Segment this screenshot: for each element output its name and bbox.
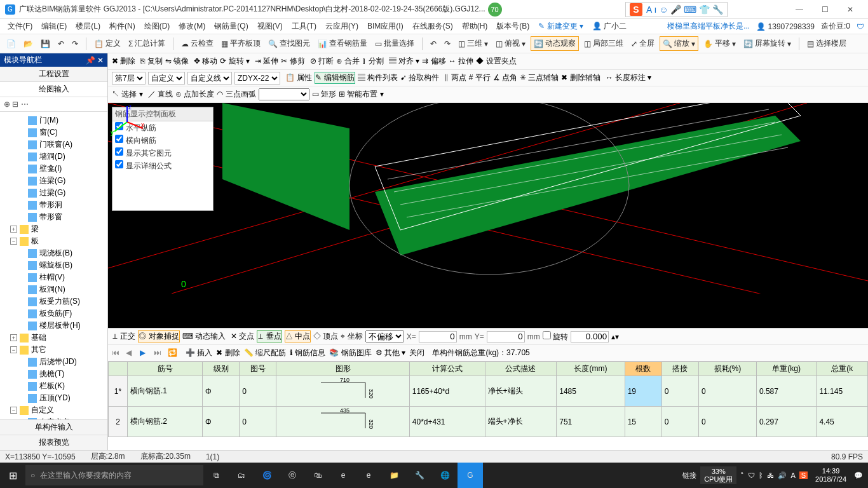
task-app2-icon[interactable]: 🌀 [254, 463, 280, 488]
tree-item[interactable]: 螺旋板(B) [1, 259, 106, 271]
rebar-table[interactable]: 筋号级别图号图形计算公式公式描述长度(mm)根数搭接损耗(%)单重(kg)总重(… [108, 362, 868, 437]
ime-glyphs[interactable]: A ı ☺ 🎤 ⌨ 👕 🔧 [646, 4, 723, 15]
offset-mode-select[interactable]: 不偏移 [365, 330, 404, 342]
tree-item[interactable]: 压顶(YD) [1, 392, 106, 404]
row-close[interactable]: 关闭 [409, 348, 424, 358]
tree-item[interactable]: 柱帽(V) [1, 271, 106, 283]
task-app1-icon[interactable]: 🗂 [229, 463, 254, 488]
expand-icon[interactable]: + [10, 226, 17, 233]
type-select[interactable]: 自定义线 [187, 72, 232, 85]
task-ie-icon[interactable]: e [330, 463, 356, 488]
menu-help[interactable]: 帮助(H) [458, 20, 492, 33]
merge-button[interactable]: ⊕ 合并 [336, 56, 360, 67]
nav-play-icon[interactable]: ▶ [140, 348, 150, 358]
dyn-input-toggle[interactable]: ⌨ 动态输入 [182, 331, 226, 342]
tree-item[interactable]: 门联窗(A) [1, 139, 106, 151]
task-store-icon[interactable]: 🛍 [305, 463, 330, 488]
menu-floor[interactable]: 楼层(L) [72, 20, 104, 33]
tree-item[interactable]: −板 [1, 235, 106, 247]
select-tool[interactable]: ↖ 选择 ▾ [112, 89, 143, 100]
tray-bt-icon[interactable]: ᛒ [759, 471, 763, 479]
delete-button[interactable]: ✖ 删除 [112, 56, 135, 67]
rect-tool[interactable]: ▭ 矩形 [312, 89, 336, 100]
stretch-button[interactable]: ↔ 拉伸 [449, 56, 473, 67]
tree-item[interactable]: 挑檐(T) [1, 368, 106, 380]
row-insert[interactable]: ➕ 插入 [186, 348, 212, 358]
split-button[interactable]: ⫿ 分割 [362, 56, 383, 67]
task-tool-icon[interactable]: 🔧 [407, 463, 432, 488]
col-header[interactable]: 筋号 [128, 362, 203, 376]
view-rebar-qty-button[interactable]: 📊 查看钢筋量 [315, 37, 370, 50]
tree-item[interactable]: +基础 [1, 332, 106, 344]
tray-net-icon[interactable]: 🖧 [767, 471, 774, 479]
tray-vol-icon[interactable]: 🔊 [778, 471, 787, 480]
menu-version[interactable]: 版本号(B) [492, 20, 533, 33]
pin-icon[interactable]: 📌 [86, 56, 95, 65]
trim-button[interactable]: ✂ 修剪 [281, 56, 304, 67]
tree-item[interactable]: 带形窗 [1, 211, 106, 223]
offset-button[interactable]: ⇉ 偏移 [422, 56, 445, 67]
menu-view[interactable]: 视图(V) [254, 20, 287, 33]
floor-select[interactable]: 第7层 [112, 72, 146, 85]
tray-link[interactable]: 链接 [682, 471, 696, 480]
row-delete[interactable]: ✖ 删除 [216, 348, 240, 358]
fullscreen-button[interactable]: ⤢ 全屏 [628, 37, 657, 50]
col-header[interactable]: 单重(kg) [756, 362, 817, 376]
arc3-tool[interactable]: ◠ 三点画弧 [217, 89, 255, 100]
zoom-button[interactable]: 🔍 缩放 ▾ [660, 36, 698, 51]
maximize-button[interactable]: ☐ [812, 1, 837, 18]
osnap-toggle[interactable]: ◎ 对象捕捉 [138, 330, 179, 342]
component-tree[interactable]: 门(M)窗(C)门联窗(A)墙洞(D)壁龛(I)连梁(G)过梁(G)带形洞带形窗… [0, 112, 107, 419]
tip-link[interactable]: 楼梯里高端平板净长是... [667, 21, 750, 32]
copy-button[interactable]: ⎘ 复制 [140, 56, 162, 67]
batch-select-button[interactable]: ▭ 批量选择 [372, 37, 417, 50]
close-button[interactable]: ✕ [837, 1, 863, 18]
top-view-button[interactable]: ◫ 俯视 ▾ [493, 37, 528, 50]
tree-item[interactable]: 过梁(G) [1, 187, 106, 199]
minimize-button[interactable]: — [787, 1, 812, 18]
ortho-toggle[interactable]: ⊥ 正交 [112, 331, 135, 342]
smart-layout-tool[interactable]: ⊞ 智能布置 ▾ [339, 89, 384, 100]
row-other[interactable]: ⚙ 其他 ▾ [376, 348, 406, 358]
task-chrome-icon[interactable]: 🌐 [432, 463, 458, 488]
snap-vertex[interactable]: ◇ 顶点 [313, 331, 338, 342]
snap-coord[interactable]: ⌖ 坐标 [341, 331, 362, 342]
coin-balance[interactable]: 造价豆:0 [821, 21, 850, 32]
define-button[interactable]: 📋 定义 [92, 37, 123, 50]
current-user[interactable]: 👤 广小二 [588, 20, 630, 33]
menu-tools[interactable]: 工具(T) [288, 20, 320, 33]
snap-mid[interactable]: △ 中点 [285, 330, 311, 342]
3d-viewport[interactable]: 0 钢筋显示控制面板 水平纵筋 横向钢筋 显示其它图元 显示详细公式 x y z [108, 103, 868, 328]
line-tool[interactable]: ／ 直线 [148, 89, 173, 100]
undo-icon[interactable]: ↶ [55, 38, 67, 50]
select-floor-button[interactable]: ▤ 选择楼层 [804, 37, 849, 50]
row-scale[interactable]: 📏 缩尺配筋 [244, 348, 286, 358]
task-view-icon[interactable]: ⧉ [203, 463, 229, 488]
task-explorer-icon[interactable]: 📁 [381, 463, 407, 488]
menu-edit[interactable]: 编辑(E) [37, 20, 71, 33]
tab-project-settings[interactable]: 工程设置 [0, 67, 107, 82]
parallel-aux[interactable]: # 平行 [469, 72, 491, 83]
tab-draw-input[interactable]: 绘图输入 [0, 82, 107, 97]
task-edge-icon[interactable]: ⓔ [280, 463, 305, 488]
redo-icon[interactable]: ↷ [69, 38, 81, 50]
pan-button[interactable]: ✋ 平移 ▾ [701, 37, 738, 50]
pick-component-button[interactable]: ➹ 拾取构件 [400, 72, 439, 83]
tray-a-icon[interactable]: A [790, 471, 795, 479]
category-select[interactable]: 自定义 [148, 72, 185, 85]
open-file-icon[interactable]: 📂 [21, 38, 36, 50]
account-number[interactable]: 👤 13907298339 [756, 22, 815, 31]
rotate-check[interactable]: 旋转 [543, 331, 568, 342]
ime-toolbar[interactable]: S A ı ☺ 🎤 ⌨ 👕 🔧 [625, 2, 728, 17]
menu-cloud[interactable]: 云应用(Y) [322, 20, 362, 33]
table-row[interactable]: 2横向钢筋.2Φ043532040*d+431端头+净长75115000.297… [109, 407, 868, 437]
menu-online[interactable]: 在线服务(S) [409, 20, 457, 33]
tray-shield-icon[interactable]: 🛡 [748, 471, 755, 479]
expand-icon[interactable]: + [10, 334, 17, 341]
menu-draw[interactable]: 绘图(D) [140, 20, 174, 33]
find-element-button[interactable]: 🔍 查找图元 [266, 37, 313, 50]
new-change-button[interactable]: ✎ 新建变更 ▾ [534, 20, 587, 33]
undo2-icon[interactable]: ↶ [428, 38, 439, 50]
rebar-table-wrap[interactable]: 筋号级别图号图形计算公式公式描述长度(mm)根数搭接损耗(%)单重(kg)总重(… [108, 361, 868, 450]
align-slab-button[interactable]: ▦ 平齐板顶 [219, 37, 263, 50]
